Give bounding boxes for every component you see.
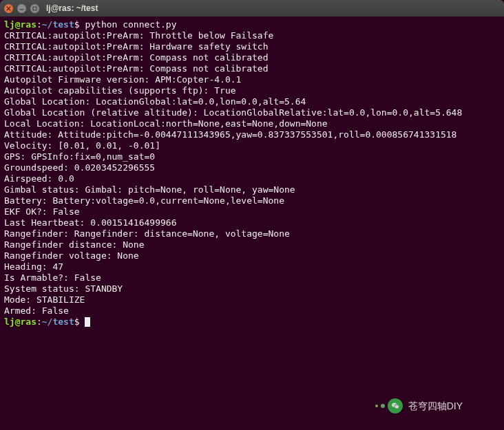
output-line: Airspeed: 0.0 [4, 173, 500, 184]
terminal-output: CRITICAL:autopilot:PreArm: Throttle belo… [4, 30, 500, 316]
output-line: Local Location: LocationLocal:north=None… [4, 118, 500, 129]
window-title: lj@ras: ~/test [46, 3, 98, 14]
output-line: CRITICAL:autopilot:PreArm: Compass not c… [4, 63, 500, 74]
maximize-button[interactable] [30, 4, 39, 13]
prompt-colon: : [36, 19, 42, 30]
output-line: Autopilot capabilities (supports ftp): T… [4, 85, 500, 96]
wechat-icon [375, 398, 403, 413]
output-line: CRITICAL:autopilot:PreArm: Hardware safe… [4, 41, 500, 52]
command-text: python connect.py [85, 19, 176, 30]
output-line: Rangefinder voltage: None [4, 250, 500, 261]
output-line: Last Heartbeat: 0.00151416499966 [4, 217, 500, 228]
watermark: 苍穹四轴DIY [375, 398, 463, 413]
svg-rect-0 [33, 7, 36, 10]
output-line: Rangefinder distance: None [4, 239, 500, 250]
output-line: Battery: Battery:voltage=0.0,current=Non… [4, 195, 500, 206]
prompt-symbol: $ [74, 19, 80, 30]
window-titlebar: lj@ras: ~/test [0, 0, 504, 17]
output-line: Groundspeed: 0.0203452296555 [4, 162, 500, 173]
prompt-symbol: $ [74, 316, 80, 327]
output-line: Is Armable?: False [4, 272, 500, 283]
output-line: CRITICAL:autopilot:PreArm: Compass not c… [4, 52, 500, 63]
prompt-host: ras [20, 316, 36, 327]
prompt-path: ~/test [42, 316, 74, 327]
output-line: CRITICAL:autopilot:PreArm: Throttle belo… [4, 30, 500, 41]
output-line: Global Location: LocationGlobal:lat=0.0,… [4, 96, 500, 107]
prompt-line: lj@ras:~/test$ python connect.py [4, 19, 500, 30]
close-button[interactable] [4, 4, 13, 13]
output-line: GPS: GPSInfo:fix=0,num_sat=0 [4, 151, 500, 162]
output-line: Mode: STABILIZE [4, 294, 500, 305]
prompt-path: ~/test [42, 19, 74, 30]
cursor [85, 317, 90, 327]
output-line: System status: STANDBY [4, 283, 500, 294]
output-line: Global Location (relative altitude): Loc… [4, 107, 500, 118]
prompt-user: lj [4, 19, 15, 30]
minimize-button[interactable] [17, 4, 26, 13]
output-line: Gimbal status: Gimbal: pitch=None, roll=… [4, 184, 500, 195]
output-line: Attitude: Attitude:pitch=-0.004471113439… [4, 129, 500, 140]
window-controls [4, 4, 39, 13]
prompt-colon: : [36, 316, 42, 327]
watermark-text: 苍穹四轴DIY [408, 400, 463, 411]
output-line: Rangefinder: Rangefinder: distance=None,… [4, 228, 500, 239]
output-line: Armed: False [4, 305, 500, 316]
output-line: Autopilot Firmware version: APM:Copter-4… [4, 74, 500, 85]
output-line: Heading: 47 [4, 261, 500, 272]
prompt-user: lj [4, 316, 15, 327]
prompt-line-2: lj@ras:~/test$ [4, 316, 500, 327]
prompt-host: ras [20, 19, 36, 30]
terminal-body[interactable]: lj@ras:~/test$ python connect.py CRITICA… [0, 17, 504, 430]
output-line: Velocity: [0.01, 0.01, -0.01] [4, 140, 500, 151]
output-line: EKF OK?: False [4, 206, 500, 217]
